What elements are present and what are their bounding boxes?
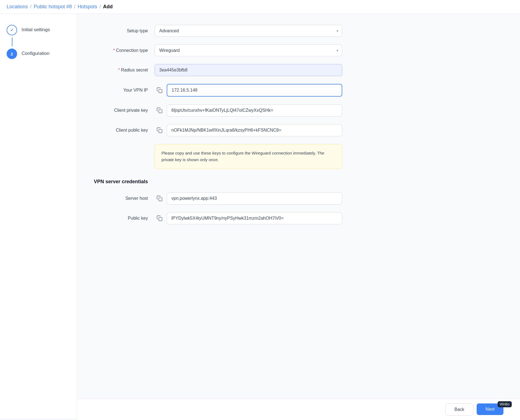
warning-box: Please copy and use these keys to config… [155,144,342,169]
setup-type-row: Setup type Advanced Simple ▾ [94,25,342,37]
step-initial-settings: ✓ Initial settings [7,25,70,35]
radius-secret-label: *Radius secret [94,68,155,73]
back-button[interactable]: Back [445,403,474,416]
setup-type-label: Setup type [94,28,155,33]
client-private-key-control [155,104,342,116]
vpn-server-credentials-title: VPN server credentials [94,179,342,185]
breadcrumb-hotspots[interactable]: Hotspots [78,4,97,10]
server-host-control [155,192,342,204]
step-connector [12,38,12,46]
next-button-wrapper: Next WinBo [477,403,503,416]
public-key-input[interactable] [167,212,342,224]
radius-secret-input[interactable] [155,64,342,76]
copy-server-host-icon[interactable] [155,193,165,203]
copy-server-public-key-icon[interactable] [155,213,165,223]
breadcrumb-locations[interactable]: Locations [7,4,28,10]
breadcrumb: Locations / Public hotspot #8 / Hotspots… [0,0,520,14]
vpn-ip-label: Your VPN IP [94,88,155,93]
step-configuration: 2 Configuration [7,49,70,59]
step-1-icon: ✓ [7,25,17,35]
client-public-key-control [155,124,342,136]
public-key-label: Public key [94,216,155,221]
step-2-label: Configuration [22,49,49,56]
connection-type-control: Wireguard OpenVPN L2TP ▾ [155,44,342,56]
svg-rect-0 [159,89,162,93]
client-private-key-input[interactable] [167,104,342,116]
client-private-key-row: Client private key [94,104,342,116]
client-public-key-label: Client public key [94,128,155,133]
server-host-input[interactable] [167,192,342,204]
radius-secret-control [155,64,342,76]
public-key-row: Public key [94,212,342,224]
svg-rect-2 [159,129,162,133]
vpn-ip-row: Your VPN IP [94,84,342,97]
copy-private-key-icon[interactable] [155,105,165,115]
svg-rect-3 [159,198,162,201]
server-host-row: Server host [94,192,342,204]
svg-rect-1 [159,110,162,113]
form-section: Setup type Advanced Simple ▾ *Connection… [94,25,342,224]
vpn-ip-input[interactable] [167,84,342,97]
connection-type-label: *Connection type [94,48,155,53]
setup-type-control: Advanced Simple ▾ [155,25,342,37]
client-public-key-row: Client public key [94,124,342,136]
step-2-icon: 2 [7,49,17,59]
connection-type-select-wrapper: Wireguard OpenVPN L2TP ▾ [155,44,342,56]
winbo-badge: WinBo [498,401,512,407]
client-public-key-input[interactable] [167,124,342,136]
setup-type-select[interactable]: Advanced Simple [155,25,342,37]
public-key-control [155,212,342,224]
step-1-label: Initial settings [22,25,50,33]
footer-bar: Back Next WinBo [77,399,520,420]
setup-type-select-wrapper: Advanced Simple ▾ [155,25,342,37]
svg-rect-4 [159,217,162,221]
server-host-label: Server host [94,196,155,201]
sidebar: ✓ Initial settings 2 Configuration [0,14,77,419]
vpn-ip-control [155,84,342,97]
copy-public-key-icon[interactable] [155,125,165,135]
breadcrumb-current: Add [103,4,113,10]
client-private-key-label: Client private key [94,108,155,113]
copy-vpn-ip-icon[interactable] [155,85,165,95]
connection-type-row: *Connection type Wireguard OpenVPN L2TP … [94,44,342,56]
connection-type-select[interactable]: Wireguard OpenVPN L2TP [155,44,342,56]
content-area: Setup type Advanced Simple ▾ *Connection… [77,14,520,419]
radius-secret-row: *Radius secret [94,64,342,76]
breadcrumb-hotspot[interactable]: Public hotspot #8 [34,4,72,10]
